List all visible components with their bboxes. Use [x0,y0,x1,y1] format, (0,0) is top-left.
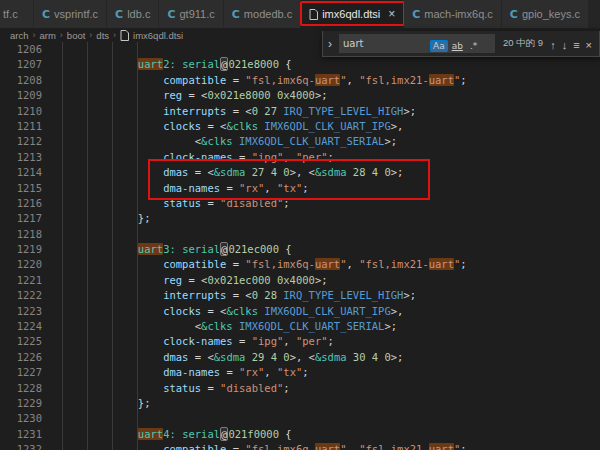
code-text: <&clks IMX6QDL_CLK_UART_SERIAL>; [62,320,397,332]
chevron-right-icon: › [60,30,63,40]
find-widget: › Aaab.* 20 中的 9 ↑↓≡× [322,31,600,57]
code-line-1211[interactable]: 1211 clocks = <&clks IMX6QDL_CLK_UART_IP… [0,119,600,134]
code-line-1219[interactable]: 1219 uart3: serial@021ec000 { [0,242,600,257]
code-text: uart3: serial@021ec000 { [62,243,292,255]
tab-label: ldb.c [127,8,150,20]
code-line-1223[interactable]: 1223 clocks = <&clks IMX6QDL_CLK_UART_IP… [0,304,600,319]
find-in-selection-button[interactable]: ≡ [570,39,582,51]
line-number: 1222 [0,288,42,303]
line-number: 1231 [0,427,42,442]
code-line-1222[interactable]: 1222 interrupts = <0 28 IRQ_TYPE_LEVEL_H… [0,288,600,303]
previous-match-button[interactable]: ↑ [547,39,559,51]
breadcrumb-item-arm[interactable]: arm [39,30,55,41]
line-number: 1211 [0,119,42,134]
c-language-icon: C [510,8,518,21]
code-text: status = "disabled"; [62,197,290,209]
breadcrumb-item-dts[interactable]: dts [96,30,109,41]
tab-bar: tf.cCvsprintf.cCldb.cCgt911.cCmodedb.cim… [0,0,600,28]
tab-gt911.c[interactable]: Cgt911.c [159,0,223,28]
code-line-1224[interactable]: 1224 <&clks IMX6QDL_CLK_UART_SERIAL>; [0,319,600,334]
code-text: uart2: serial@021e8000 { [62,58,292,70]
tab-imx6qdl.dtsi[interactable]: imx6qdl.dtsi× [301,0,404,28]
c-language-icon: C [115,8,123,21]
match-case-button[interactable]: Aa [430,40,448,52]
code-line-1221[interactable]: 1221 reg = <0x021ec000 0x4000>; [0,273,600,288]
code-line-1225[interactable]: 1225 clock-names = "ipg", "per"; [0,334,600,349]
line-number: 1208 [0,73,42,88]
code-line-1209[interactable]: 1209 reg = <0x021e8000 0x4000>; [0,88,600,103]
line-number: 1225 [0,334,42,349]
breadcrumb-item-boot[interactable]: boot [67,30,86,41]
chevron-right-icon: › [113,30,116,40]
code-line-1212[interactable]: 1212 <&clks IMX6QDL_CLK_UART_SERIAL>; [0,134,600,149]
find-input-box: Aaab.* [339,34,495,53]
line-number: 1216 [0,196,42,211]
code-line-1216[interactable]: 1216 status = "disabled"; [0,196,600,211]
tab-label: imx6qdl.dtsi [322,8,380,20]
c-language-icon: C [412,8,420,21]
find-input[interactable] [343,38,429,49]
tab-vsprintf.c[interactable]: Cvsprintf.c [34,0,107,28]
tab-tf.c[interactable]: tf.c [0,0,34,28]
breadcrumb-file[interactable]: imx6qdl.dtsi [133,30,183,41]
file-icon [120,30,129,41]
line-number: 1207 [0,57,42,72]
line-number: 1220 [0,257,42,272]
line-number: 1230 [0,411,42,426]
tab-label: gpio_keys.c [522,8,580,20]
tab-label: tf.c [3,8,18,20]
code-text: dma-names = "rx", "tx"; [62,182,309,194]
close-icon[interactable]: × [388,8,395,20]
code-line-1217[interactable]: 1217 }; [0,211,600,226]
code-line-1214[interactable]: 1214 dmas = <&sdma 27 4 0>, <&sdma 28 4 … [0,165,600,180]
code-text: }; [62,212,151,224]
code-line-1210[interactable]: 1210 interrupts = <0 27 IRQ_TYPE_LEVEL_H… [0,104,600,119]
tab-modedb.c[interactable]: Cmodedb.c [224,0,301,28]
tab-label: gt911.c [180,8,215,20]
line-number: 1226 [0,350,42,365]
close-find-button[interactable]: × [583,39,595,51]
tab-ldb.c[interactable]: Cldb.c [107,0,159,28]
chevron-right-icon: › [32,30,35,40]
next-match-button[interactable]: ↓ [559,39,571,51]
tab-mach-imx6q.c[interactable]: Cmach-imx6q.c [404,0,502,28]
line-number: 1209 [0,88,42,103]
line-number: 1221 [0,273,42,288]
breadcrumb-item-arch[interactable]: arch [10,30,28,41]
tab-label: vsprintf.c [54,8,98,20]
code-line-1215[interactable]: 1215 dma-names = "rx", "tx"; [0,181,600,196]
code-text: compatible = "fsl,imx6q-uart", "fsl,imx2… [62,74,467,86]
code-line-1231[interactable]: 1231 uart4: serial@021f0000 { [0,427,600,442]
line-number: 1212 [0,134,42,149]
c-language-icon: C [167,8,175,21]
code-line-1207[interactable]: 1207 uart2: serial@021e8000 { [0,57,600,72]
tab-gpio_keys.c[interactable]: Cgpio_keys.c [502,0,589,28]
find-nav-buttons: ↑↓≡× [547,35,595,53]
line-number: 1224 [0,319,42,334]
file-icon [309,9,318,20]
code-text: interrupts = <0 27 IRQ_TYPE_LEVEL_HIGH>; [62,105,416,117]
line-number: 1219 [0,242,42,257]
code-line-1230[interactable]: 1230 [0,411,600,426]
code-text: <&clks IMX6QDL_CLK_UART_SERIAL>; [62,135,397,147]
code-line-1220[interactable]: 1220 compatible = "fsl,imx6q-uart", "fsl… [0,257,600,272]
toggle-replace-chevron-icon[interactable]: › [325,37,335,51]
tab-label: modedb.c [244,8,292,20]
code-line-1208[interactable]: 1208 compatible = "fsl,imx6q-uart", "fsl… [0,73,600,88]
code-line-1228[interactable]: 1228 status = "disabled"; [0,381,600,396]
match-count: 20 中的 9 [499,37,543,50]
code-line-1213[interactable]: 1213 clock-names = "ipg", "per"; [0,150,600,165]
code-text: dmas = <&sdma 27 4 0>, <&sdma 28 4 0>; [62,166,403,178]
whole-word-button[interactable]: ab [449,40,466,52]
code-line-1229[interactable]: 1229 }; [0,396,600,411]
code-text: clock-names = "ipg", "per"; [62,151,334,163]
c-language-icon: C [232,8,240,21]
code-line-1227[interactable]: 1227 dma-names = "rx", "tx"; [0,365,600,380]
line-number: 1228 [0,381,42,396]
line-number: 1232 [0,442,42,450]
code-line-1226[interactable]: 1226 dmas = <&sdma 29 4 0>, <&sdma 30 4 … [0,350,600,365]
code-line-1232[interactable]: 1232 compatible = "fsl,imx6q-uart", "fsl… [0,442,600,450]
regex-button[interactable]: .* [467,40,480,52]
code-line-1218[interactable]: 1218 [0,227,600,242]
code-editor[interactable]: 12061207 uart2: serial@021e8000 {1208 co… [0,42,600,450]
